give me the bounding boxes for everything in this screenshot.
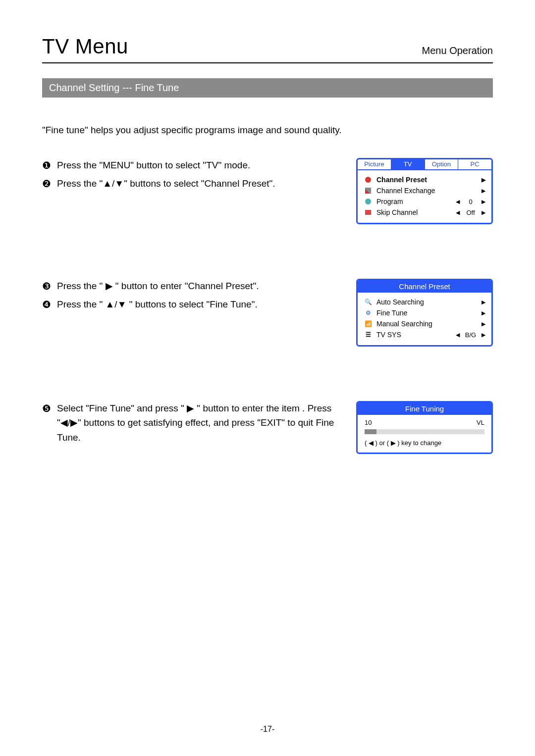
step-3-text: Press the " ▶ " button to enter "Channel…	[57, 279, 346, 293]
instructions-col-1: ❶ Press the "MENU" button to select "TV"…	[42, 158, 356, 195]
skip-channel-icon	[364, 209, 373, 216]
fine-tuning-hint: ( ◀ ) or ( ▶ ) key to change	[365, 439, 484, 447]
step-5-text: Select "Fine Tune" and press " ▶ " butto…	[57, 401, 346, 445]
program-value: ◀ 0 ▶	[456, 198, 485, 205]
skip-channel-value: ◀ Off ▶	[456, 209, 485, 216]
page-title: TV Menu	[42, 35, 128, 58]
fine-tuning-header: Fine Tuning	[358, 403, 491, 415]
step-1: ❶ Press the "MENU" button to select "TV"…	[42, 158, 346, 173]
instructions-col-3: ❺ Select "Fine Tune" and press " ▶ " but…	[42, 401, 356, 448]
item-channel-exchange[interactable]: Channel Exchange ▶	[363, 185, 486, 196]
program-value-text: 0	[460, 198, 482, 205]
tab-pc[interactable]: PC	[458, 159, 491, 169]
item-label: Program	[376, 198, 456, 205]
step-4: ❹ Press the " ▲/▼ " buttons to select "F…	[42, 297, 346, 312]
item-tv-sys[interactable]: TV SYS ◀ B/G ▶	[363, 329, 486, 340]
fine-tuning-values: 10 VL	[365, 419, 484, 426]
item-label: Channel Exchange	[376, 187, 476, 195]
bullet-4: ❹	[42, 297, 57, 312]
antenna-icon	[364, 320, 373, 327]
channel-preset-panel: Channel Preset Auto Searching ▶ Fine Tun…	[356, 279, 493, 347]
item-label: Channel Preset	[376, 176, 476, 184]
tv-menu-tabs: Picture TV Option PC	[358, 159, 491, 170]
step-2-text: Press the "▲/▼" buttons to select "Chann…	[57, 176, 346, 191]
intro-text: "Fine tune" helps you adjust specific pr…	[42, 125, 493, 136]
item-program[interactable]: Program ◀ 0 ▶	[363, 196, 486, 207]
tab-option[interactable]: Option	[425, 159, 459, 169]
skip-channel-value-text: Off	[460, 209, 482, 216]
channel-preset-body: Auto Searching ▶ Fine Tune ▶ Manual Sear…	[358, 293, 491, 345]
page-header: TV Menu Menu Operation	[42, 35, 493, 63]
tv-menu-body: Channel Preset ▶ Channel Exchange ▶ Prog…	[358, 170, 491, 223]
tv-sys-value: ◀ B/G ▶	[456, 331, 485, 339]
fine-tuning-value-right: VL	[477, 419, 484, 426]
fine-tuning-value-left: 10	[365, 419, 372, 426]
chevron-right-icon: ▶	[476, 177, 485, 183]
item-label: Skip Channel	[376, 208, 456, 216]
chevron-right-icon[interactable]: ▶	[482, 209, 485, 216]
row-step-5: ❺ Select "Fine Tune" and press " ▶ " but…	[42, 401, 493, 454]
item-skip-channel[interactable]: Skip Channel ◀ Off ▶	[363, 207, 486, 218]
chevron-right-icon[interactable]: ▶	[482, 199, 485, 205]
chevron-left-icon[interactable]: ◀	[456, 209, 460, 216]
page-subtitle: Menu Operation	[422, 45, 493, 58]
chevron-right-icon: ▶	[476, 310, 485, 316]
tab-picture[interactable]: Picture	[358, 159, 391, 169]
fine-tuning-slider[interactable]	[365, 429, 484, 434]
channel-exchange-icon	[364, 187, 373, 194]
step-2: ❷ Press the "▲/▼" buttons to select "Cha…	[42, 176, 346, 192]
row-steps-3-4: ❸ Press the " ▶ " button to enter "Chann…	[42, 279, 493, 347]
gear-icon	[364, 309, 373, 316]
chevron-right-icon: ▶	[476, 321, 485, 327]
manual-page: TV Menu Menu Operation Channel Setting -…	[0, 0, 535, 756]
bullet-5: ❺	[42, 401, 57, 416]
chevron-left-icon[interactable]: ◀	[456, 199, 460, 205]
item-label: Manual Searching	[376, 320, 476, 328]
bullet-2: ❷	[42, 176, 57, 192]
chevron-right-icon: ▶	[476, 188, 485, 194]
item-manual-searching[interactable]: Manual Searching ▶	[363, 318, 486, 329]
item-fine-tune[interactable]: Fine Tune ▶	[363, 307, 486, 318]
tv-menu-panel: Picture TV Option PC Channel Preset ▶ Ch…	[356, 158, 493, 224]
chevron-right-icon[interactable]: ▶	[482, 332, 485, 338]
program-icon	[364, 198, 373, 205]
step-4-text: Press the " ▲/▼ " buttons to select "Fin…	[57, 297, 346, 311]
step-1-text: Press the "MENU" button to select "TV" m…	[57, 158, 346, 172]
step-5: ❺ Select "Fine Tune" and press " ▶ " but…	[42, 401, 346, 445]
tv-sys-icon	[364, 331, 373, 338]
channel-preset-header: Channel Preset	[358, 280, 491, 293]
fine-tuning-body: 10 VL ( ◀ ) or ( ▶ ) key to change	[358, 415, 491, 453]
search-icon	[364, 299, 373, 305]
item-label: Fine Tune	[376, 309, 476, 317]
chevron-left-icon[interactable]: ◀	[456, 332, 460, 338]
chevron-right-icon: ▶	[476, 299, 485, 305]
step-3: ❸ Press the " ▶ " button to enter "Chann…	[42, 279, 346, 294]
row-steps-1-2: ❶ Press the "MENU" button to select "TV"…	[42, 158, 493, 224]
item-label: TV SYS	[376, 331, 456, 339]
tv-sys-value-text: B/G	[460, 331, 482, 339]
instructions-col-2: ❸ Press the " ▶ " button to enter "Chann…	[42, 279, 356, 315]
channel-preset-icon	[364, 176, 373, 183]
fine-tuning-slider-fill	[365, 429, 376, 434]
fine-tuning-panel: Fine Tuning 10 VL ( ◀ ) or ( ▶ ) key to …	[356, 401, 493, 454]
item-label: Auto Searching	[376, 298, 476, 306]
item-auto-searching[interactable]: Auto Searching ▶	[363, 297, 486, 307]
page-number: -17-	[0, 725, 535, 734]
section-title-bar: Channel Setting --- Fine Tune	[42, 78, 493, 98]
bullet-1: ❶	[42, 158, 57, 173]
item-channel-preset[interactable]: Channel Preset ▶	[363, 174, 486, 185]
bullet-3: ❸	[42, 279, 57, 294]
tab-tv[interactable]: TV	[391, 159, 425, 169]
